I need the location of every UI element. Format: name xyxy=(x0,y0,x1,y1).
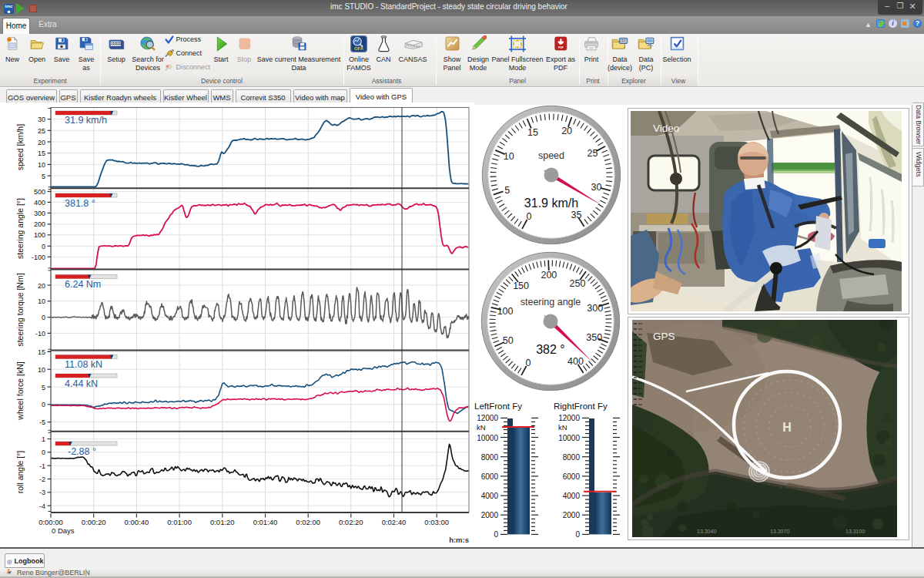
svg-text:0:02:20: 0:02:20 xyxy=(339,518,363,526)
svg-text:500: 500 xyxy=(34,188,45,196)
svg-text:0:00:40: 0:00:40 xyxy=(125,518,149,526)
svg-text:0: 0 xyxy=(526,357,531,368)
svg-text:31.9 km/h: 31.9 km/h xyxy=(65,115,107,126)
svg-text:4000: 4000 xyxy=(481,492,499,500)
svg-text:0: 0 xyxy=(494,530,498,539)
svg-text:0: 0 xyxy=(527,211,532,222)
svg-text:15: 15 xyxy=(527,127,538,138)
svg-text:-10: -10 xyxy=(35,330,45,338)
svg-text:steering torque [Nm]: steering torque [Nm] xyxy=(15,273,25,346)
svg-text:0:00:20: 0:00:20 xyxy=(82,518,106,526)
svg-text:150: 150 xyxy=(513,280,529,291)
svg-text:12000: 12000 xyxy=(558,414,580,422)
svg-text:100: 100 xyxy=(497,305,514,316)
svg-text:1: 1 xyxy=(42,435,45,443)
svg-text:400: 400 xyxy=(567,355,584,366)
svg-text:0:00:00: 0:00:00 xyxy=(38,518,63,526)
svg-text:35: 35 xyxy=(571,210,582,220)
svg-text:h:m:s: h:m:s xyxy=(449,536,469,544)
svg-text:0:03:00: 0:03:00 xyxy=(424,518,449,526)
svg-text:kN: kN xyxy=(558,423,567,432)
svg-text:6000: 6000 xyxy=(563,472,581,481)
svg-text:13.3100: 13.3100 xyxy=(845,529,865,534)
svg-text:350: 350 xyxy=(586,332,602,343)
svg-text:0:02:00: 0:02:00 xyxy=(296,518,320,526)
svg-text:speed [km/h]: speed [km/h] xyxy=(15,124,25,170)
svg-text:0: 0 xyxy=(42,449,45,456)
svg-text:10000: 10000 xyxy=(477,434,498,442)
svg-text:382 °: 382 ° xyxy=(536,343,565,356)
svg-text:0:02:40: 0:02:40 xyxy=(382,518,407,526)
svg-text:kN: kN xyxy=(477,423,486,432)
svg-text:13.3040: 13.3040 xyxy=(697,529,716,534)
svg-text:8000: 8000 xyxy=(563,453,581,462)
svg-text:6000: 6000 xyxy=(481,472,499,481)
svg-text:10: 10 xyxy=(38,366,45,374)
svg-text:steering angle: steering angle xyxy=(521,297,581,307)
svg-text:30: 30 xyxy=(38,116,45,123)
svg-text:0: 0 xyxy=(42,243,45,250)
svg-text:5: 5 xyxy=(42,173,45,180)
svg-text:roll angle [°]: roll angle [°] xyxy=(15,451,25,494)
svg-text:0: 0 xyxy=(575,530,580,539)
svg-text:10000: 10000 xyxy=(558,434,580,442)
svg-text:25: 25 xyxy=(38,127,45,135)
svg-text:-4: -4 xyxy=(39,502,45,510)
svg-text:20: 20 xyxy=(38,139,45,146)
svg-text:250: 250 xyxy=(570,278,586,289)
svg-text:400: 400 xyxy=(34,199,45,207)
svg-text:25: 25 xyxy=(588,148,598,159)
svg-text:-5: -5 xyxy=(39,418,45,426)
svg-text:0:01:00: 0:01:00 xyxy=(167,518,192,526)
svg-text:300: 300 xyxy=(34,210,45,217)
svg-text:13.3070: 13.3070 xyxy=(770,529,789,534)
svg-text:H: H xyxy=(782,421,792,434)
svg-text:300: 300 xyxy=(587,302,603,313)
svg-text:30: 30 xyxy=(591,182,602,193)
svg-text:20: 20 xyxy=(38,282,45,290)
svg-text:-2: -2 xyxy=(39,476,45,483)
svg-text:2000: 2000 xyxy=(481,511,499,519)
svg-text:2000: 2000 xyxy=(563,511,581,519)
svg-text:50: 50 xyxy=(503,335,514,346)
svg-text:381.8 °: 381.8 ° xyxy=(65,198,95,209)
svg-text:Video: Video xyxy=(653,123,679,134)
svg-text:wheel force [kN]: wheel force [kN] xyxy=(15,361,25,420)
svg-text:12000: 12000 xyxy=(477,414,498,422)
svg-text:5: 5 xyxy=(42,384,45,391)
svg-text:0: 0 xyxy=(42,314,45,321)
svg-text:10: 10 xyxy=(38,297,45,305)
svg-text:15: 15 xyxy=(38,150,45,157)
svg-text:GPS: GPS xyxy=(653,331,675,342)
svg-text:LeftFront Fy: LeftFront Fy xyxy=(474,402,522,411)
svg-text:20: 20 xyxy=(561,126,572,136)
svg-text:15: 15 xyxy=(38,348,45,356)
svg-text:steering angle [°]: steering angle [°] xyxy=(15,198,25,259)
svg-text:RightFront Fy: RightFront Fy xyxy=(554,402,608,411)
svg-text:0 Days: 0 Days xyxy=(52,526,75,535)
svg-text:0:01:20: 0:01:20 xyxy=(210,518,235,526)
svg-text:5: 5 xyxy=(504,185,510,196)
svg-text:100: 100 xyxy=(34,231,45,239)
svg-text:4000: 4000 xyxy=(563,492,581,500)
svg-text:31.9 km/h: 31.9 km/h xyxy=(524,197,578,210)
svg-text:4.44 kN: 4.44 kN xyxy=(65,378,98,389)
svg-text:200: 200 xyxy=(34,220,45,228)
svg-text:8000: 8000 xyxy=(481,453,499,462)
svg-text:6.24 Nm: 6.24 Nm xyxy=(65,279,101,290)
svg-text:200: 200 xyxy=(541,270,557,281)
svg-text:10: 10 xyxy=(504,151,514,162)
svg-text:11.08 kN: 11.08 kN xyxy=(65,359,102,370)
svg-text:speed: speed xyxy=(538,150,564,161)
svg-text:-3: -3 xyxy=(39,489,45,496)
svg-text:0:01:40: 0:01:40 xyxy=(253,518,278,526)
svg-text:-1: -1 xyxy=(39,462,45,470)
svg-text:-2.88 °: -2.88 ° xyxy=(68,446,96,457)
svg-text:10: 10 xyxy=(38,161,45,169)
svg-text:0: 0 xyxy=(42,401,45,408)
svg-text:-100: -100 xyxy=(32,254,45,261)
